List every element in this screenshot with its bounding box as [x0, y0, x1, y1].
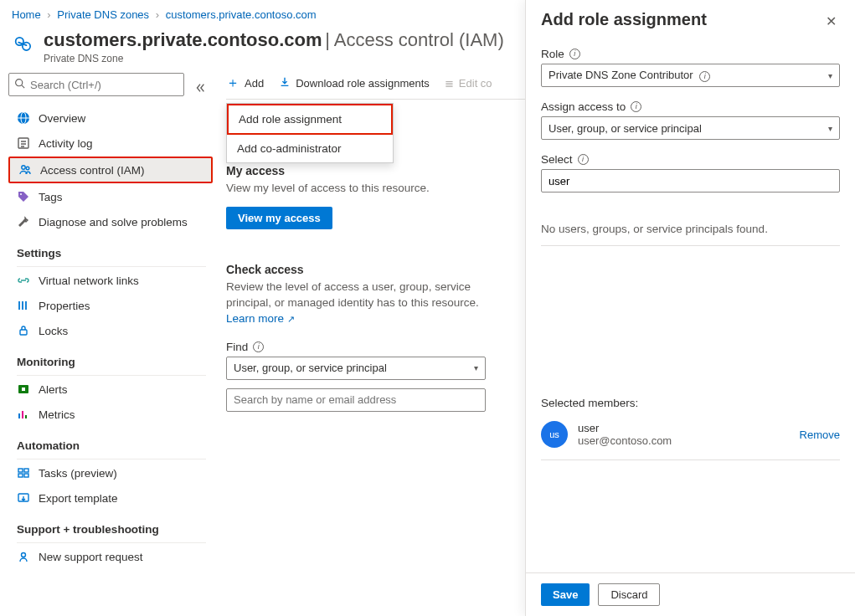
sidebar-item-support-request[interactable]: New support request [8, 545, 213, 568]
info-icon[interactable]: i [569, 49, 580, 59]
sidebar-search[interactable] [8, 73, 184, 96]
find-label: Find [226, 341, 248, 353]
sidebar-group-automation: Automation [8, 428, 214, 455]
svg-point-7 [26, 167, 29, 170]
discard-button[interactable]: Discard [598, 583, 660, 606]
breadcrumb-zones[interactable]: Private DNS zones [57, 8, 149, 21]
chevron-down-icon: ▾ [474, 363, 478, 372]
close-icon[interactable]: ✕ [822, 10, 840, 33]
check-access-section: Check access Review the level of access … [226, 248, 502, 412]
sidebar-search-input[interactable] [30, 79, 178, 91]
external-link-icon: ↗ [287, 314, 295, 324]
search-icon [14, 78, 25, 91]
selected-members-heading: Selected members: [541, 397, 840, 409]
view-my-access-button[interactable]: View my access [226, 207, 332, 229]
sidebar-item-locks[interactable]: Locks [8, 319, 213, 342]
add-button[interactable]: ＋ Add [226, 74, 264, 92]
svg-rect-11 [22, 388, 25, 391]
svg-rect-15 [24, 474, 28, 477]
page-title-section: | [325, 29, 334, 50]
my-access-heading: My access [226, 164, 502, 177]
sidebar-item-diagnose[interactable]: Diagnose and solve problems [8, 210, 213, 234]
check-access-heading: Check access [226, 263, 502, 276]
learn-more-link[interactable]: Learn more ↗ [226, 312, 295, 325]
remove-member-link[interactable]: Remove [800, 429, 840, 441]
role-select[interactable]: Private DNS Zone Contributor i ▾ [541, 64, 840, 87]
blade-footer: Save Discard [526, 572, 855, 616]
check-access-text-body: Review the level of access a user, group… [226, 280, 479, 309]
link-icon [17, 274, 30, 287]
sidebar-item-activity-log[interactable]: Activity log [8, 131, 213, 155]
download-button[interactable]: Download role assignments [279, 76, 430, 90]
sidebar-item-label: Export template [39, 492, 118, 505]
sidebar-item-label: Alerts [39, 383, 68, 396]
save-button[interactable]: Save [541, 583, 590, 606]
svg-point-17 [22, 553, 26, 557]
sidebar-item-tags[interactable]: Tags [8, 185, 213, 208]
tasks-icon [17, 466, 30, 480]
sidebar-group-settings: Settings [8, 235, 214, 263]
svg-point-6 [22, 166, 25, 169]
download-label: Download role assignments [296, 77, 430, 90]
sidebar-group-monitoring: Monitoring [8, 344, 214, 372]
avatar: us [541, 421, 568, 448]
sidebar-item-label: New support request [39, 551, 143, 563]
plus-icon: ＋ [226, 74, 240, 92]
chevron-right-icon: › [47, 8, 50, 21]
chevron-right-icon: › [156, 8, 159, 21]
member-email: user@contoso.com [578, 434, 790, 447]
sidebar-item-export[interactable]: Export template [8, 486, 213, 510]
sidebar-item-overview[interactable]: Overview [8, 106, 213, 130]
alert-icon [17, 382, 30, 396]
sidebar-item-metrics[interactable]: Metrics [8, 403, 213, 426]
my-access-text: View my level of access to this resource… [226, 181, 502, 197]
assign-access-select[interactable]: User, group, or service principal ▾ [541, 116, 840, 140]
lock-icon [17, 324, 30, 337]
sidebar-group-support: Support + troubleshooting [8, 511, 214, 539]
sidebar-item-label: Locks [39, 325, 68, 337]
not-found-text: No users, groups, or service principals … [541, 206, 840, 246]
sidebar-item-tasks[interactable]: Tasks (preview) [8, 461, 213, 485]
sidebar-item-alerts[interactable]: Alerts [8, 377, 213, 401]
download-icon [279, 76, 291, 90]
collapse-sidebar-icon[interactable] [194, 82, 206, 96]
support-icon [17, 550, 30, 563]
assign-access-field: Assign access to i User, group, or servi… [541, 100, 840, 140]
chart-icon [17, 408, 30, 421]
find-select[interactable]: User, group, or service principal ▾ [226, 357, 486, 380]
sidebar-item-label: Diagnose and solve problems [39, 216, 188, 228]
tag-icon [17, 190, 30, 203]
sidebar-item-vnlinks[interactable]: Virtual network links [8, 269, 213, 292]
select-input[interactable] [541, 169, 840, 192]
info-icon[interactable]: i [578, 154, 589, 165]
chevron-down-icon: ▾ [828, 124, 832, 133]
role-field: Role i Private DNS Zone Contributor i ▾ [541, 48, 840, 87]
member-name: user [578, 422, 599, 434]
breadcrumb-home[interactable]: Home [12, 8, 41, 21]
find-label-row: Find i [226, 341, 502, 353]
role-select-value: Private DNS Zone Contributor [549, 69, 693, 81]
sidebar-item-label: Overview [39, 112, 85, 125]
sidebar-item-properties[interactable]: Properties [8, 294, 213, 317]
find-search-input[interactable] [226, 388, 486, 412]
info-icon[interactable]: i [631, 101, 641, 112]
blade-header: Add role assignment ✕ [526, 0, 855, 39]
info-icon[interactable]: i [253, 341, 264, 352]
breadcrumb-resource[interactable]: customers.private.contoso.com [166, 8, 317, 21]
menu-add-coadmin[interactable]: Add co-administrator [227, 135, 393, 162]
divider [17, 459, 206, 459]
menu-add-role-assignment[interactable]: Add role assignment [227, 104, 393, 135]
dns-zone-icon [12, 33, 35, 56]
edit-columns-button[interactable]: ≣ Edit co [445, 77, 492, 90]
assign-access-label: Assign access to [541, 100, 626, 113]
properties-icon [17, 299, 30, 312]
divider [17, 542, 206, 543]
log-icon [17, 136, 30, 150]
sidebar-item-iam[interactable]: Access control (IAM) [8, 157, 213, 183]
sidebar-item-label: Tags [39, 191, 63, 203]
page-subtitle: Private DNS zone [44, 53, 504, 64]
sidebar-item-label: Tasks (preview) [39, 467, 117, 480]
info-icon[interactable]: i [699, 71, 710, 82]
selected-member-row: us user user@contoso.com Remove [541, 409, 840, 460]
sidebar-item-label: Properties [39, 300, 90, 312]
